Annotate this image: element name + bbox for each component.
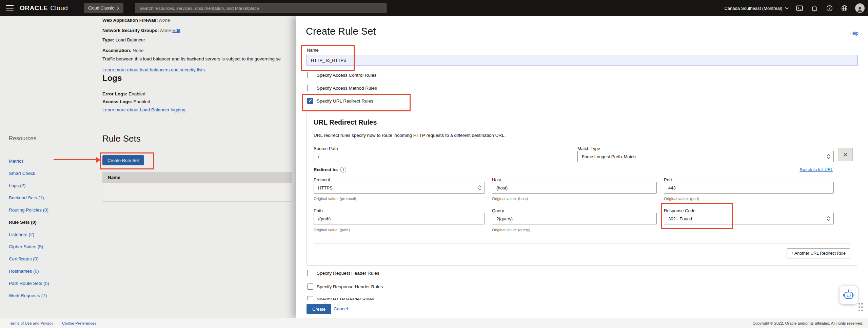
sidebar-item-smart-check[interactable]: Smart Check — [9, 167, 90, 179]
port-original-value: Original value: (port) — [664, 197, 699, 201]
request-header-checkbox[interactable] — [307, 270, 313, 276]
sidebar-item-backend-sets[interactable]: Backend Sets (1) — [9, 192, 90, 204]
select-stepper-icon — [478, 185, 482, 190]
type-label: Type: — [102, 37, 114, 42]
help-icon[interactable] — [825, 4, 833, 12]
checkbox-row-access-control: Specify Access Control Rules — [307, 72, 376, 78]
sidebar-item-rule-sets[interactable]: Rule Sets (0) — [9, 216, 90, 228]
access-control-label: Specify Access Control Rules — [317, 73, 376, 78]
checkbox-row-access-method: Specify Access Method Rules — [307, 85, 377, 91]
url-redirect-label: Specify URL Redirect Rules — [317, 98, 373, 104]
global-search-input[interactable] — [135, 3, 387, 13]
redirect-to-label: Redirect to: — [314, 167, 338, 172]
terms-of-use-link[interactable]: Terms of Use and Privacy — [9, 321, 53, 325]
field-acceleration: Acceleration: None — [102, 48, 144, 53]
cloud-shell-icon[interactable] — [795, 4, 804, 12]
checkbox-row-url-redirect: Specify URL Redirect Rules — [307, 98, 373, 104]
chevron-down-icon — [785, 7, 789, 10]
match-type-value: Force Longest Prefix Match — [582, 154, 636, 159]
cancel-link[interactable]: Cancel — [334, 306, 348, 311]
response-code-label: Response Code — [664, 208, 695, 213]
section-title: URL Redirect Rules — [314, 119, 377, 126]
checkbox-row-request-header: Specify Request Header Rules — [307, 270, 379, 276]
protocol-select[interactable]: HTTPS — [314, 182, 485, 194]
response-code-select[interactable]: 302 - Found — [664, 213, 834, 224]
response-code-value: 302 - Found — [668, 216, 692, 221]
source-path-input[interactable] — [314, 151, 571, 162]
info-icon[interactable]: i — [340, 167, 346, 172]
load-balancer-details-page: Web Application Firewall: None Network S… — [0, 16, 296, 318]
query-input[interactable] — [492, 213, 657, 224]
name-label: Name — [307, 48, 319, 53]
remove-rule-button[interactable] — [838, 148, 853, 161]
field-type: Type: Load Balancer — [102, 37, 145, 42]
host-label: Host — [492, 177, 501, 182]
host-input[interactable] — [492, 182, 657, 194]
host-original-value: Original value: (host) — [492, 197, 528, 201]
access-method-checkbox[interactable] — [307, 85, 313, 91]
match-type-select[interactable]: Force Longest Prefix Match — [577, 151, 834, 162]
request-header-label: Specify Request Header Rules — [317, 271, 379, 276]
waf-label: Web Application Firewall: — [102, 18, 158, 23]
acceleration-value: None — [133, 48, 143, 53]
language-globe-icon[interactable] — [840, 4, 848, 12]
oracle-cloud-logo: ORACLECloud — [20, 4, 68, 12]
sidebar-item-listeners[interactable]: Listeners (2) — [9, 228, 90, 240]
logo-oracle-text: ORACLE — [20, 4, 48, 12]
learn-more-logging-link[interactable]: Learn more about Load Balancer logging. — [102, 107, 186, 112]
page-footer: Terms of Use and Privacy Cookie Preferen… — [0, 318, 868, 328]
sidebar-item-certificates[interactable]: Certificates (0) — [9, 253, 90, 265]
drag-handle-dots[interactable] — [859, 303, 863, 312]
create-button[interactable]: Create — [307, 304, 331, 314]
nsg-label: Network Security Groups: — [102, 28, 159, 33]
nsg-edit-link[interactable]: Edit — [172, 28, 180, 33]
table-row — [102, 183, 292, 193]
acceleration-label: Acceleration: — [102, 48, 132, 53]
switch-to-full-url-link[interactable]: Switch to full URL — [800, 167, 833, 172]
path-label: Path — [314, 208, 323, 213]
select-stepper-icon — [827, 154, 831, 159]
hamburger-menu-icon[interactable] — [6, 5, 14, 11]
copyright-text: Copyright © 2022, Oracle and/or its affi… — [752, 321, 863, 325]
access-control-checkbox[interactable] — [307, 72, 313, 78]
traffic-note: Traffic between this load balancer and i… — [102, 56, 281, 61]
port-input[interactable] — [664, 182, 834, 194]
region-selector[interactable]: Canada Southeast (Montreal) — [724, 6, 789, 11]
source-path-label: Source Path — [314, 146, 338, 151]
screen: ORACLECloud Cloud Classic Canada Southea… — [0, 0, 868, 328]
annotation-arrow-head — [96, 157, 100, 163]
sidebar-items: Metrics Smart Check Logs (2) Backend Set… — [9, 155, 90, 302]
protocol-value: HTTPS — [318, 185, 333, 190]
sidebar-item-path-route-sets[interactable]: Path Route Sets (0) — [9, 277, 90, 289]
response-header-checkbox[interactable] — [307, 284, 313, 290]
sidebar-item-metrics[interactable]: Metrics — [9, 155, 90, 167]
help-link[interactable]: Help — [849, 31, 859, 36]
field-web-application-firewall: Web Application Firewall: None — [102, 18, 170, 23]
path-input[interactable] — [314, 213, 485, 224]
another-url-redirect-rule-button[interactable]: + Another URL Redirect Rule — [787, 248, 850, 258]
create-rule-set-button[interactable]: Create Rule Set — [102, 155, 144, 165]
url-redirect-rules-section: URL Redirect Rules URL redirect rules sp… — [307, 113, 857, 266]
sidebar-item-logs[interactable]: Logs (2) — [9, 179, 90, 192]
top-right-controls: Canada Southeast (Montreal) — [724, 0, 865, 16]
learn-more-security-lists-link[interactable]: Learn more about load balancers and secu… — [102, 67, 206, 72]
url-redirect-checkbox[interactable] — [307, 98, 313, 104]
sidebar-item-hostnames[interactable]: Hostnames (0) — [9, 265, 90, 277]
user-avatar[interactable] — [855, 3, 865, 13]
access-method-label: Specify Access Method Rules — [317, 86, 377, 91]
cookie-preferences-link[interactable]: Cookie Preferences — [62, 321, 96, 325]
rule-sets-table-header: Name — [102, 172, 292, 183]
chevron-right-icon — [117, 6, 119, 10]
name-input[interactable] — [307, 55, 858, 66]
cloud-classic-button[interactable]: Cloud Classic — [84, 3, 123, 13]
field-access-logs: Access Logs: Enabled — [102, 99, 150, 104]
notifications-bell-icon[interactable] — [810, 4, 818, 12]
section-divider — [314, 243, 850, 244]
sidebar-item-work-requests[interactable]: Work Requests (7) — [9, 289, 90, 302]
sidebar-item-routing-policies[interactable]: Routing Policies (0) — [9, 204, 90, 216]
checkbox-row-response-header: Specify Response Header Rules — [307, 284, 383, 290]
table-row — [102, 192, 292, 202]
close-icon — [843, 152, 848, 157]
sidebar-item-cipher-suites[interactable]: Cipher Suites (5) — [9, 240, 90, 253]
chatbot-button[interactable] — [840, 286, 858, 304]
